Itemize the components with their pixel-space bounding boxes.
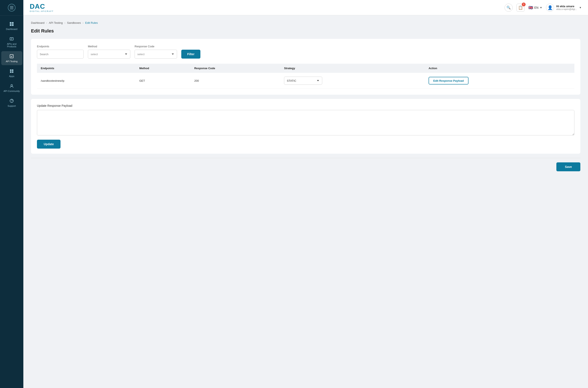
sidebar-item-label: API Community [4,90,20,92]
section-divider [31,158,580,158]
rules-table: Endpoints Method Response Code Strategy … [37,64,574,89]
topbar: DAC DIGITAL APICRAFT 🔍 📋 0 🇬🇧 EN ▼ 👤 Hi … [23,0,588,15]
table-body: /sandboxtestnew/ip GET 200 STATIC DYNAMI… [37,73,574,89]
search-button[interactable]: 🔍 [505,4,513,12]
notification-icon: 📋 [518,5,523,10]
table-header: Endpoints Method Response Code Strategy … [37,64,574,73]
user-chevron-icon: ▼ [579,6,582,9]
page-title: Edit Rules [31,28,580,34]
hamburger-line [10,9,13,9]
sidebar-item-dashboard[interactable]: Dashboard [1,19,22,33]
sidebar-item-apps[interactable]: Apps [1,66,22,80]
response-code-select[interactable]: select 200 400 500 [135,50,177,59]
svg-rect-1 [12,22,14,24]
endpoints-label: Endpoints [37,45,84,48]
filter-row: Endpoints Method select GET POST PUT DEL… [37,45,574,59]
community-icon [9,83,14,89]
col-endpoints: Endpoints [37,64,135,73]
sidebar-item-label: API Testing [6,60,17,63]
sidebar-top [0,0,23,16]
cell-strategy: STATIC DYNAMIC [280,73,425,89]
svg-rect-3 [12,24,14,26]
svg-rect-4 [10,38,13,40]
apps-icon [9,69,14,74]
cell-response-code: 200 [190,73,280,89]
endpoints-filter-group: Endpoints [37,45,84,59]
breadcrumb-edit-rules: Edit Rules [85,21,98,24]
breadcrumb: Dashboard › API Testing › Sandboxes › Ed… [31,21,580,24]
notification-badge: 0 [522,2,526,6]
response-code-label: Response Code [135,45,177,48]
notification-button[interactable]: 📋 0 [516,4,525,12]
main-wrapper: DAC DIGITAL APICRAFT 🔍 📋 0 🇬🇧 EN ▼ 👤 Hi … [23,0,588,388]
edit-response-payload-button[interactable]: Edit Response Payload [429,77,468,84]
sidebar: Dashboard APIs and Products API Testing [0,0,23,388]
language-selector[interactable]: 🇬🇧 EN ▼ [528,6,542,9]
hamburger-line [10,6,13,7]
logo-area: DAC DIGITAL APICRAFT [30,3,505,12]
update-payload-label: Update Response Payload [37,104,574,107]
cell-action: Edit Response Payload [425,73,574,89]
sidebar-item-support[interactable]: Support [1,96,22,110]
filter-button[interactable]: Filter [181,50,200,59]
col-method: Method [135,64,190,73]
user-area[interactable]: 👤 Hi ekta umare ekta.u+apim@digi... ▼ [546,4,582,12]
logo-main: DAC [30,3,54,10]
endpoints-search-input[interactable] [37,50,84,59]
topbar-right: 🔍 📋 0 🇬🇧 EN ▼ 👤 Hi ekta umare ekta.u+api… [505,4,582,12]
method-select[interactable]: select GET POST PUT DELETE [88,50,130,59]
breadcrumb-dashboard[interactable]: Dashboard [31,21,45,24]
svg-point-12 [11,84,13,86]
sidebar-item-api-testing[interactable]: API Testing [1,51,22,65]
svg-rect-11 [12,71,13,73]
breadcrumb-sep: › [83,21,83,24]
svg-rect-9 [12,69,13,71]
hamburger-button[interactable] [8,4,16,11]
support-icon [9,98,14,103]
flag-icon: 🇬🇧 [528,6,533,9]
user-avatar: 👤 [546,4,554,12]
update-response-payload-section: Update Response Payload Update [31,99,580,154]
col-strategy: Strategy [280,64,425,73]
col-response-code: Response Code [190,64,280,73]
sidebar-item-label: Dashboard [6,28,17,30]
logo-block: DAC DIGITAL APICRAFT [30,3,54,12]
svg-rect-0 [10,22,11,24]
language-label: EN [534,6,538,9]
save-btn-wrapper: Save [31,162,580,171]
svg-rect-7 [10,54,13,58]
filter-card: Endpoints Method select GET POST PUT DEL… [31,39,580,95]
search-icon: 🔍 [507,5,511,10]
save-button[interactable]: Save [556,162,580,171]
response-code-filter-group: Response Code select 200 400 500 [135,45,177,59]
chevron-down-icon: ▼ [540,6,542,9]
logo-sub: DIGITAL APICRAFT [30,10,54,12]
user-info: Hi ekta umare ekta.u+apim@digi... [556,5,577,10]
user-name: Hi ekta umare [556,5,577,8]
cell-endpoint: /sandboxtestnew/ip [37,73,135,89]
payload-textarea[interactable] [37,110,574,135]
sidebar-nav: Dashboard APIs and Products API Testing [0,16,23,110]
table-header-row: Endpoints Method Response Code Strategy … [37,64,574,73]
update-button[interactable]: Update [37,140,60,148]
svg-rect-10 [10,71,11,73]
svg-rect-2 [10,24,11,26]
content-area: Dashboard › API Testing › Sandboxes › Ed… [23,15,588,388]
sidebar-item-apis[interactable]: APIs and Products [1,34,22,50]
table-row: /sandboxtestnew/ip GET 200 STATIC DYNAMI… [37,73,574,89]
sidebar-item-api-community[interactable]: API Community [1,81,22,95]
method-label: Method [88,45,130,48]
hamburger-line [10,7,13,8]
sidebar-item-label: Apps [9,75,14,77]
method-filter-group: Method select GET POST PUT DELETE [88,45,130,59]
sidebar-item-label: APIs and Products [3,43,21,48]
strategy-select[interactable]: STATIC DYNAMIC [284,77,322,85]
breadcrumb-sep: › [46,21,47,24]
breadcrumb-sandboxes[interactable]: Sandboxes [67,21,81,24]
dashboard-icon [9,22,14,26]
svg-rect-8 [10,69,11,71]
col-action: Action [425,64,574,73]
breadcrumb-api-testing[interactable]: API Testing [49,21,63,24]
cell-method: GET [135,73,190,89]
svg-point-14 [11,102,12,102]
